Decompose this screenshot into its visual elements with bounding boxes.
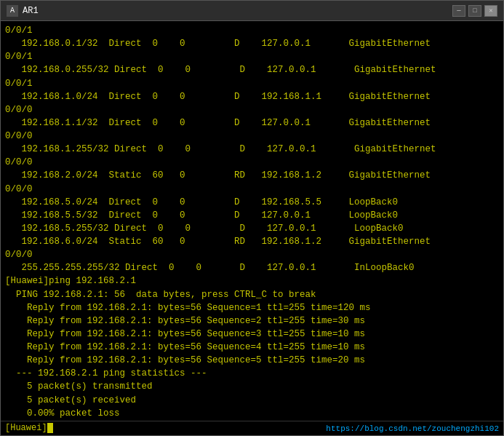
terminal-line: 0/0/0 (5, 183, 499, 196)
terminal-line: --- 192.168.2.1 ping statistics --- (5, 367, 499, 380)
terminal-line: 192.168.6.0/24 Static 60 0 RD 192.168.1.… (5, 235, 499, 248)
terminal-line: round-trip min/avg/max = 10/38/120 ms (5, 420, 499, 421)
terminal-line: PING 192.168.2.1: 56 data bytes, press C… (5, 288, 499, 301)
status-prompt: [Huawei] (5, 423, 53, 433)
status-bar: [Huawei] https://blog.csdn.net/zouchengz… (1, 421, 503, 435)
window-title: AR1 (23, 6, 39, 16)
terminal-line: 192.168.5.0/24 Direct 0 0 D 192.168.5.5 … (5, 196, 499, 209)
terminal-line: 255.255.255.255/32 Direct 0 0 D 127.0.0.… (5, 261, 499, 274)
terminal-line: [Huawei]ping 192.168.2.1 (5, 274, 499, 288)
terminal-line: Reply from 192.168.2.1: bytes=56 Sequenc… (5, 301, 499, 314)
terminal-output[interactable]: 0/0/1 192.168.0.1/32 Direct 0 0 D 127.0.… (1, 21, 503, 421)
app-icon: A (7, 5, 18, 17)
terminal-line: 192.168.0.255/32 Direct 0 0 D 127.0.0.1 … (5, 63, 499, 76)
terminal-line: 192.168.2.0/24 Static 60 0 RD 192.168.1.… (5, 169, 499, 182)
title-bar-left: A AR1 (7, 5, 39, 17)
terminal-line: 0/0/0 (5, 103, 499, 116)
status-url: https://blog.csdn.net/zouchengzhi102 (326, 424, 499, 433)
terminal-line: Reply from 192.168.2.1: bytes=56 Sequenc… (5, 328, 499, 341)
window-controls: ─ □ ✕ (452, 5, 497, 17)
terminal-line: 0/0/1 (5, 77, 499, 90)
close-button[interactable]: ✕ (484, 5, 497, 17)
terminal-line: 5 packet(s) received (5, 394, 499, 407)
terminal-line: 0/0/0 (5, 130, 499, 143)
terminal-line: 192.168.5.255/32 Direct 0 0 D 127.0.0.1 … (5, 222, 499, 235)
cursor (47, 423, 53, 433)
terminal-line: 192.168.1.1/32 Direct 0 0 D 127.0.0.1 Gi… (5, 116, 499, 130)
terminal-line: 0/0/0 (5, 156, 499, 169)
terminal-line: 0.00% packet loss (5, 407, 499, 420)
terminal-line: Reply from 192.168.2.1: bytes=56 Sequenc… (5, 314, 499, 328)
restore-button[interactable]: □ (468, 5, 481, 17)
terminal-line: 192.168.1.255/32 Direct 0 0 D 127.0.0.1 … (5, 143, 499, 156)
terminal-line: 0/0/1 (5, 24, 499, 37)
terminal-line: 0/0/0 (5, 248, 499, 261)
terminal-window: A AR1 ─ □ ✕ 0/0/1 192.168.0.1/32 Direct … (0, 0, 504, 436)
terminal-line: 192.168.5.5/32 Direct 0 0 D 127.0.0.1 Lo… (5, 209, 499, 222)
terminal-line: 0/0/1 (5, 50, 499, 63)
terminal-line: 192.168.1.0/24 Direct 0 0 D 192.168.1.1 … (5, 90, 499, 103)
terminal-line: Reply from 192.168.2.1: bytes=56 Sequenc… (5, 354, 499, 367)
minimize-button[interactable]: ─ (452, 5, 465, 17)
title-bar: A AR1 ─ □ ✕ (1, 1, 503, 21)
terminal-line: 5 packet(s) transmitted (5, 380, 499, 393)
terminal-line: 192.168.0.1/32 Direct 0 0 D 127.0.0.1 Gi… (5, 37, 499, 50)
terminal-line: Reply from 192.168.2.1: bytes=56 Sequenc… (5, 341, 499, 354)
